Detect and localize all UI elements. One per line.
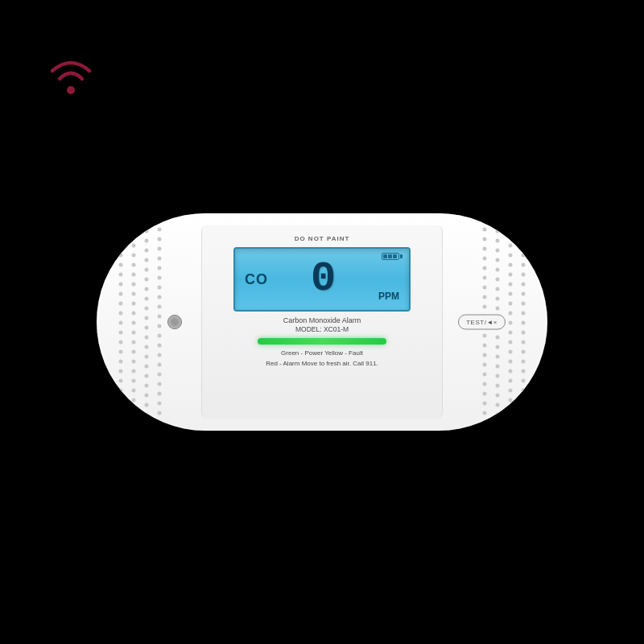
svg-point-124 [496, 336, 500, 340]
svg-point-137 [483, 266, 487, 270]
svg-point-14 [119, 369, 123, 374]
battery-body [382, 253, 399, 260]
svg-point-149 [483, 382, 487, 386]
svg-point-92 [522, 389, 526, 393]
svg-point-127 [496, 365, 500, 369]
status-row-2: Red - Alarm Move to fresh air. Call 911. [266, 359, 378, 369]
test-button-area[interactable]: TEST/◄× [458, 315, 506, 330]
svg-point-17 [119, 398, 123, 402]
svg-point-86 [522, 331, 526, 335]
svg-point-83 [522, 302, 526, 306]
svg-point-71 [158, 363, 162, 367]
svg-point-30 [132, 350, 136, 354]
svg-point-94 [509, 234, 513, 238]
svg-point-148 [483, 373, 487, 377]
svg-point-98 [509, 273, 513, 277]
svg-point-128 [496, 374, 500, 378]
co-label: CO [245, 271, 268, 288]
svg-point-88 [522, 350, 526, 354]
svg-point-96 [509, 254, 513, 258]
svg-point-134 [483, 237, 487, 242]
svg-point-19 [132, 244, 136, 248]
svg-point-50 [145, 355, 149, 359]
svg-point-24 [132, 292, 136, 296]
co-alarm-device: DO NOT PAINT CO 0 PPM Carbon Monoxide Al… [97, 213, 547, 431]
svg-point-89 [522, 360, 526, 364]
ppm-label: PPM [378, 291, 399, 302]
svg-point-78 [522, 254, 526, 258]
svg-point-64 [158, 295, 162, 299]
svg-point-103 [509, 321, 513, 325]
svg-point-55 [145, 403, 149, 407]
svg-point-18 [132, 234, 136, 238]
led-indicator [258, 338, 386, 345]
center-panel: DO NOT PAINT CO 0 PPM Carbon Monoxide Al… [201, 225, 443, 419]
svg-point-62 [158, 276, 162, 280]
svg-point-82 [522, 292, 526, 296]
svg-point-32 [132, 369, 136, 374]
svg-point-40 [145, 258, 149, 262]
svg-point-26 [132, 312, 136, 316]
svg-point-69 [158, 344, 162, 348]
svg-point-27 [132, 321, 136, 325]
battery-bar-3 [393, 254, 397, 258]
svg-point-42 [145, 278, 149, 282]
svg-point-38 [145, 239, 149, 243]
svg-point-140 [483, 295, 487, 299]
svg-point-120 [496, 297, 500, 301]
device-name-label: Carbon Monoxide Alarm [283, 316, 361, 324]
svg-point-29 [132, 341, 136, 345]
svg-point-0 [67, 86, 75, 94]
svg-point-72 [158, 373, 162, 377]
svg-point-119 [496, 287, 500, 291]
svg-point-36 [132, 408, 136, 412]
svg-point-105 [509, 341, 513, 345]
svg-point-116 [496, 258, 500, 262]
svg-point-35 [132, 398, 136, 402]
svg-point-21 [132, 263, 136, 267]
battery-indicator [382, 253, 402, 260]
svg-point-99 [509, 283, 513, 287]
svg-point-133 [483, 228, 487, 232]
battery-bar-1 [383, 254, 387, 258]
svg-point-81 [522, 283, 526, 287]
svg-point-43 [145, 287, 149, 291]
battery-tip [400, 254, 402, 258]
svg-point-33 [132, 379, 136, 383]
svg-point-60 [158, 257, 162, 261]
do-not-paint-label: DO NOT PAINT [295, 235, 350, 242]
svg-point-41 [145, 268, 149, 272]
svg-point-2 [119, 254, 123, 258]
svg-point-114 [496, 239, 500, 243]
svg-point-121 [496, 307, 500, 311]
svg-point-139 [483, 286, 487, 290]
svg-point-13 [119, 360, 123, 364]
svg-point-102 [509, 312, 513, 316]
svg-point-12 [119, 350, 123, 354]
svg-point-74 [158, 392, 162, 396]
svg-point-91 [522, 379, 526, 383]
svg-point-47 [145, 326, 149, 330]
svg-point-1 [119, 244, 123, 248]
co-reading: 0 [311, 258, 336, 300]
svg-point-6 [119, 292, 123, 296]
svg-point-100 [509, 292, 513, 296]
svg-point-79 [522, 263, 526, 267]
svg-point-20 [132, 254, 136, 258]
svg-point-113 [496, 229, 500, 233]
svg-point-28 [132, 331, 136, 335]
svg-point-9 [119, 321, 123, 325]
svg-point-73 [158, 382, 162, 386]
svg-point-49 [145, 345, 149, 349]
svg-point-23 [132, 283, 136, 287]
svg-point-125 [496, 345, 500, 349]
svg-point-131 [496, 403, 500, 407]
svg-point-111 [509, 398, 513, 402]
svg-point-51 [145, 365, 149, 369]
svg-point-61 [158, 266, 162, 270]
svg-point-101 [509, 302, 513, 306]
model-label: MODEL: XC01-M [295, 325, 349, 333]
test-button-label[interactable]: TEST/◄× [458, 315, 506, 330]
svg-point-141 [483, 305, 487, 309]
svg-point-34 [132, 389, 136, 393]
